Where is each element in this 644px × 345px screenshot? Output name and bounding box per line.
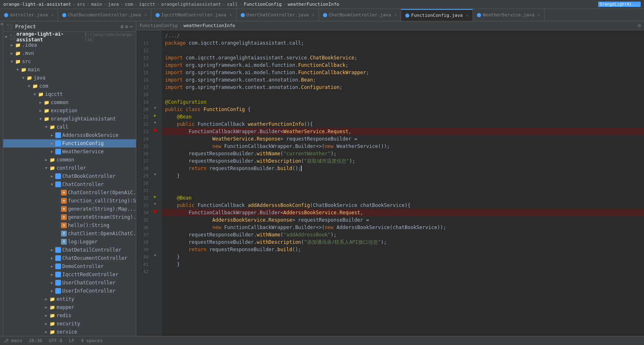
tree-arrow-adderssbook[interactable]: ▶ bbox=[49, 133, 55, 137]
tree-arrow-chatdetail[interactable]: ▶ bbox=[49, 248, 55, 252]
tree-item-java[interactable]: ▼ 📁 java bbox=[3, 74, 136, 82]
breakpoint-34[interactable]: ● bbox=[154, 208, 156, 214]
tree-arrow-userchatcontroller[interactable]: ▶ bbox=[49, 281, 55, 285]
tree-item-chatcontroller[interactable]: ▼ C ChatController bbox=[3, 180, 136, 188]
tree-arrow-weatherservice[interactable]: ▶ bbox=[49, 150, 55, 154]
tab-close-functionconfig[interactable]: ✕ bbox=[466, 13, 468, 18]
tree-item-orangelightaiassistant[interactable]: ▼ 📁 orangelightaiassistant bbox=[3, 115, 136, 123]
tree-item-root[interactable]: ▼ ⬛ orange-light-ai-assistant E:/java/co… bbox=[3, 33, 136, 41]
tree-arrow-iqcctt[interactable]: ▼ bbox=[32, 92, 38, 96]
editor-content[interactable]: 11 12 13 14 15 16 17 18 19 20 21 22 23 2… bbox=[136, 30, 644, 336]
tree-arrow-mvn[interactable]: ▶ bbox=[9, 51, 15, 55]
tree-item-method-hello[interactable]: m hello():String bbox=[3, 221, 136, 229]
tree-item-method-generate[interactable]: m generate(String):Map... bbox=[3, 205, 136, 213]
tree-item-mapper[interactable]: ▶ 📁 mapper bbox=[3, 303, 136, 311]
tree-arrow-orangelightaiassistant[interactable]: ▼ bbox=[38, 117, 43, 121]
tree-item-chatdetail[interactable]: ▶ C ChatDetailController bbox=[3, 246, 136, 254]
tree-item-common[interactable]: ▶ 📁 common bbox=[3, 98, 136, 107]
gutter-40[interactable]: ▼ bbox=[152, 252, 158, 259]
tree-item-com[interactable]: ▼ 📁 com bbox=[3, 82, 136, 90]
tree-item-service[interactable]: ▶ 📁 service bbox=[3, 328, 136, 336]
tab-close-chatbook[interactable]: ✕ bbox=[394, 13, 397, 17]
fold-arrow-22[interactable]: ▼ bbox=[154, 121, 156, 125]
gutter-22[interactable]: ▼ bbox=[152, 119, 158, 126]
tree-arrow-call[interactable]: ▼ bbox=[43, 125, 49, 129]
tab-close-iqccttred[interactable]: ✕ bbox=[230, 13, 232, 17]
tree-item-adderssbook[interactable]: ▶ C AddersssBookService bbox=[3, 131, 136, 139]
tab-close-userchat[interactable]: ✕ bbox=[312, 13, 314, 17]
tree-item-common2[interactable]: ▶ 📁 common bbox=[3, 156, 136, 164]
fold-arrow-20[interactable]: ▼ bbox=[154, 106, 156, 110]
tab-iqccttred[interactable]: IqccttRedController.java ✕ bbox=[151, 9, 237, 21]
tab-close-weatherservice[interactable]: ✕ bbox=[538, 13, 540, 17]
tree-arrow-service[interactable]: ▶ bbox=[43, 330, 49, 334]
tree-item-democontroller[interactable]: ▶ C DemoController bbox=[3, 262, 136, 270]
settings-icon[interactable]: ⚙ bbox=[125, 24, 128, 30]
tree-arrow-com[interactable]: ▼ bbox=[26, 84, 32, 88]
tree-item-call[interactable]: ▼ 📁 call bbox=[3, 123, 136, 131]
tab-close-controller[interactable]: ✕ bbox=[51, 13, 54, 17]
tree-arrow-iqccttredcontroller[interactable]: ▶ bbox=[49, 272, 55, 277]
tree-item-mvn[interactable]: ▶ 📁 .mvn bbox=[3, 49, 136, 57]
gutter-33[interactable]: ▼ bbox=[152, 200, 158, 207]
tree-arrow-main[interactable]: ▼ bbox=[15, 68, 20, 72]
tree-arrow-exception[interactable]: ▶ bbox=[38, 109, 43, 113]
tree-item-functionconfig[interactable]: ▶ C FunctionConfig bbox=[3, 139, 136, 148]
tree-arrow-chatdocument[interactable]: ▶ bbox=[49, 256, 55, 260]
tree-item-weatherservice[interactable]: ▶ C WeatherService bbox=[3, 148, 136, 156]
tree-arrow-redis[interactable]: ▶ bbox=[43, 313, 49, 318]
tab-chatbook[interactable]: ChatBookController.java ✕ bbox=[319, 9, 401, 21]
tree-arrow-root[interactable]: ▼ bbox=[3, 35, 9, 39]
tab-controller[interactable]: ontroller.java ✕ bbox=[0, 9, 58, 21]
gutter-29[interactable]: ▼ bbox=[152, 170, 158, 178]
tree-item-src[interactable]: ▼ 📁 src bbox=[3, 57, 136, 66]
tab-weatherservice[interactable]: WeatherService.java ✕ bbox=[473, 9, 545, 21]
run-icon-32[interactable]: ▶ bbox=[154, 194, 156, 199]
tab-close-chatdoc[interactable]: ✕ bbox=[145, 13, 147, 17]
tree-arrow-common2[interactable]: ▶ bbox=[43, 158, 49, 162]
tree-arrow-idea[interactable]: ▶ bbox=[9, 43, 15, 47]
tab-functionconfig[interactable]: FunctionConfig.java ✕ bbox=[401, 9, 473, 21]
tab-chatdoc[interactable]: ChatDocumentController.java ✕ bbox=[58, 9, 151, 21]
tree-item-redis[interactable]: ▶ 📁 redis bbox=[3, 311, 136, 320]
tree-arrow-common[interactable]: ▶ bbox=[38, 100, 43, 104]
tab-userchat[interactable]: UserChatController.java ✕ bbox=[237, 9, 319, 21]
tree-arrow-src[interactable]: ▼ bbox=[9, 59, 15, 64]
tree-arrow-chatcontroller[interactable]: ▼ bbox=[49, 182, 55, 186]
tree-item-controller[interactable]: ▼ 📁 controller bbox=[3, 164, 136, 172]
tree-arrow-functionconfig[interactable]: ▶ bbox=[49, 141, 55, 145]
tree-arrow-entity[interactable]: ▶ bbox=[43, 297, 49, 301]
tree-item-field-chatclient[interactable]: f chatClient:OpenAiChatC... bbox=[3, 229, 136, 238]
tree-item-iqcctt[interactable]: ▼ 📁 iqcctt bbox=[3, 90, 136, 98]
tree-item-exception[interactable]: ▶ 📁 exception bbox=[3, 107, 136, 115]
tree-arrow-userinfocontroller[interactable]: ▶ bbox=[49, 289, 55, 293]
tree-item-chatbookcontroller[interactable]: ▶ C ChatBookController bbox=[3, 172, 136, 180]
tree-item-method-generatestream[interactable]: m generateStream(String)... bbox=[3, 213, 136, 221]
breakpoint-23[interactable]: ● bbox=[154, 127, 156, 133]
tree-item-iqccttredcontroller[interactable]: ▶ C IqccttRedController bbox=[3, 270, 136, 279]
tree-item-method-functioncall[interactable]: m function_call(String):Stri... bbox=[3, 197, 136, 205]
tree-item-userinfocontroller[interactable]: ▶ C UserInfoController bbox=[3, 287, 136, 295]
run-icon-21[interactable]: ▶ bbox=[154, 113, 156, 118]
fold-arrow-40[interactable]: ▼ bbox=[154, 254, 156, 257]
gutter-20[interactable]: ▼ bbox=[152, 104, 158, 111]
tree-arrow-controller[interactable]: ▼ bbox=[43, 166, 49, 170]
tree-item-field-log[interactable]: f log:Logger bbox=[3, 238, 136, 246]
collapse-all-icon[interactable]: ≡ bbox=[120, 24, 123, 30]
structure-icon[interactable]: ⊞ bbox=[0, 23, 4, 25]
tree-arrow-chatbookcontroller[interactable]: ▶ bbox=[49, 174, 55, 178]
code-lines[interactable]: /.../ package com.iqcctt.orangelightaias… bbox=[162, 30, 644, 336]
fold-arrow-33[interactable]: ▼ bbox=[154, 202, 156, 206]
tree-item-main[interactable]: ▼ 📁 main bbox=[3, 66, 136, 74]
tree-item-chatdocument[interactable]: ▶ C ChatDocumentController bbox=[3, 254, 136, 262]
tree-arrow-democontroller[interactable]: ▶ bbox=[49, 264, 55, 268]
tree-item-security[interactable]: ▶ 📁 security bbox=[3, 320, 136, 328]
minimize-icon[interactable]: — bbox=[130, 24, 133, 30]
breadcrumb-functionconfig[interactable]: FunctionConfig bbox=[140, 23, 178, 28]
tree-item-userchatcontroller[interactable]: ▶ C UserChatController bbox=[3, 279, 136, 287]
tree-arrow-mapper[interactable]: ▶ bbox=[43, 305, 49, 309]
tree-arrow-java[interactable]: ▼ bbox=[20, 76, 26, 80]
tree-item-entity[interactable]: ▶ 📁 entity bbox=[3, 295, 136, 303]
tree-item-method-constructor[interactable]: m ChatController(OpenAiC... bbox=[3, 188, 136, 197]
tree-arrow-security[interactable]: ▶ bbox=[43, 322, 49, 326]
